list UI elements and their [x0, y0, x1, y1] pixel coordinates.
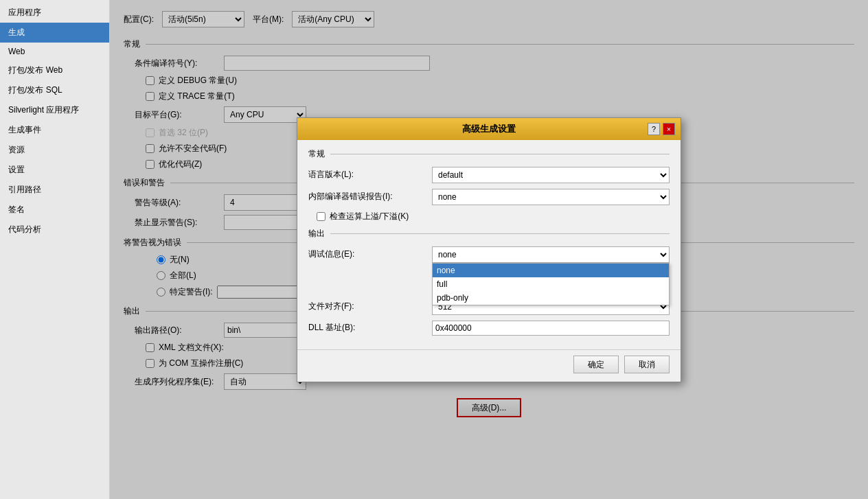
modal-dll-base-label: DLL 基址(B): — [308, 322, 432, 334]
modal-compiler-error-row: 内部编译器错误报告(I): none promptqueuesend — [308, 189, 670, 205]
modal-footer: 确定 取消 — [297, 349, 681, 382]
sidebar-item-build-events[interactable]: 生成事件 — [0, 120, 109, 140]
modal-cancel-button[interactable]: 取消 — [624, 356, 670, 373]
debug-option-full[interactable]: full — [433, 277, 669, 291]
modal-dll-base-input[interactable] — [432, 321, 670, 336]
modal-language-row: 语言版本(L): default C# 1C# 2C# 3 C# 4C# 5C#… — [308, 167, 670, 183]
modal-debug-info-label: 调试信息(E): — [308, 248, 432, 260]
sidebar-item-signing[interactable]: 签名 — [0, 200, 109, 220]
sidebar-item-reference-paths[interactable]: 引用路径 — [0, 180, 109, 200]
debug-option-none[interactable]: none — [433, 264, 669, 277]
modal-titlebar: 高级生成设置 ? × — [297, 118, 681, 140]
modal-general-title: 常规 — [308, 148, 670, 160]
modal-language-label: 语言版本(L): — [308, 169, 432, 181]
debug-info-select[interactable]: none full pdb-only — [432, 246, 670, 263]
modal-dialog: 高级生成设置 ? × 常规 语言版本(L): default C# 1C# 2C… — [297, 117, 681, 382]
sidebar-item-resources[interactable]: 资源 — [0, 140, 109, 160]
sidebar-item-application[interactable]: 应用程序 — [0, 3, 109, 23]
modal-overflow-checkbox[interactable] — [317, 212, 326, 221]
modal-help-button[interactable]: ? — [648, 123, 660, 135]
modal-overflow-label: 检查运算上溢/下溢(K) — [330, 211, 409, 222]
sidebar-item-publish-web[interactable]: 打包/发布 Web — [0, 60, 109, 80]
debug-info-dropdown-list: none full pdb-only — [432, 263, 670, 305]
modal-compiler-error-label: 内部编译器错误报告(I): — [308, 191, 432, 202]
modal-compiler-error-select[interactable]: none promptqueuesend — [432, 189, 670, 205]
main-content: 配置(C): 活动(5i5n) Debug Release 平台(M): 活动(… — [110, 0, 868, 499]
sidebar-item-build[interactable]: 生成 — [0, 23, 109, 43]
modal-language-select[interactable]: default C# 1C# 2C# 3 C# 4C# 5C# 6 — [432, 167, 670, 183]
sidebar-item-silverlight[interactable]: Silverlight 应用程序 — [0, 100, 109, 120]
sidebar-item-publish-sql[interactable]: 打包/发布 SQL — [0, 80, 109, 100]
modal-close-button[interactable]: × — [663, 123, 675, 135]
debug-info-dropdown-container[interactable]: none full pdb-only none full pdb-only — [432, 246, 670, 263]
debug-option-pdb-only[interactable]: pdb-only — [433, 291, 669, 305]
sidebar: 应用程序 生成 Web 打包/发布 Web 打包/发布 SQL Silverli… — [0, 0, 110, 499]
modal-ok-button[interactable]: 确定 — [573, 356, 619, 373]
modal-debug-info-row: 调试信息(E): none full pdb-only none full pd… — [308, 246, 670, 263]
sidebar-item-code-analysis[interactable]: 代码分析 — [0, 220, 109, 240]
modal-body: 常规 语言版本(L): default C# 1C# 2C# 3 C# 4C# … — [297, 140, 681, 349]
modal-overlay: 高级生成设置 ? × 常规 语言版本(L): default C# 1C# 2C… — [110, 0, 868, 499]
sidebar-item-settings[interactable]: 设置 — [0, 160, 109, 180]
modal-controls: ? × — [648, 123, 675, 135]
modal-dll-base-row: DLL 基址(B): — [308, 321, 670, 336]
modal-output-title: 输出 — [308, 228, 670, 240]
sidebar-item-web[interactable]: Web — [0, 43, 109, 60]
modal-file-align-label: 文件对齐(F): — [308, 301, 432, 312]
modal-title: 高级生成设置 — [330, 123, 648, 135]
modal-overflow-row: 检查运算上溢/下溢(K) — [308, 211, 670, 222]
